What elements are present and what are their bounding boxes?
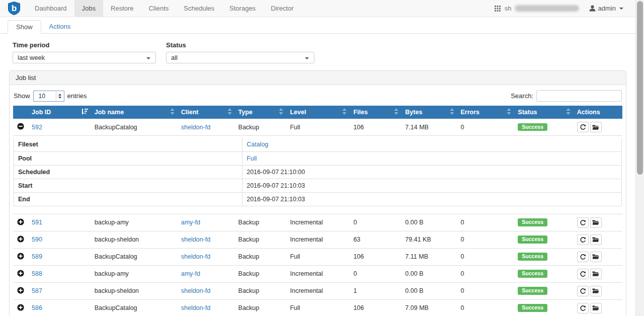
job-errors: 0: [457, 282, 514, 299]
expand-row-button[interactable]: [17, 304, 24, 311]
sort-icon: [394, 108, 398, 115]
column-header-bytes[interactable]: Bytes: [401, 106, 456, 119]
status-badge: Success: [518, 253, 547, 261]
column-header-job-id[interactable]: Job ID: [28, 106, 91, 119]
job-id-link[interactable]: 590: [32, 236, 42, 243]
client-link[interactable]: sheldon-fd: [181, 287, 210, 294]
job-id-link[interactable]: 589: [32, 253, 42, 260]
search-input[interactable]: [536, 90, 622, 102]
column-header-status[interactable]: Status: [514, 106, 573, 119]
browse-files-button[interactable]: [590, 303, 602, 313]
job-id-link[interactable]: 586: [32, 304, 42, 311]
job-files: 106: [349, 248, 401, 265]
expand-row-button[interactable]: [17, 235, 24, 243]
job-id-link[interactable]: 592: [32, 124, 42, 131]
job-level: Incremental: [286, 265, 349, 282]
job-name: BackupCatalog: [91, 299, 177, 316]
detail-label: End: [14, 192, 243, 206]
detail-value-link[interactable]: Catalog: [247, 141, 268, 148]
column-header-job-name[interactable]: Job name: [91, 106, 177, 119]
brand-logo[interactable]: b: [0, 0, 27, 17]
client-link[interactable]: sheldon-fd: [181, 304, 210, 311]
client-link[interactable]: amy-fd: [181, 270, 200, 277]
job-name: backup-sheldon: [91, 231, 177, 248]
job-row-586: 586BackupCatalogsheldon-fdBackupFull1067…: [13, 299, 622, 316]
browse-files-button[interactable]: [590, 234, 602, 245]
client-link[interactable]: amy-fd: [181, 219, 200, 226]
job-name: BackupCatalog: [91, 119, 177, 136]
scrollbar-thumb[interactable]: [637, 1, 643, 175]
sort-icon: [566, 108, 571, 115]
client-link[interactable]: sheldon-fd: [181, 236, 210, 243]
page-scrollbar[interactable]: [635, 0, 644, 316]
column-header-type[interactable]: Type: [234, 106, 286, 119]
rerun-job-button[interactable]: [577, 269, 589, 279]
rerun-job-button[interactable]: [577, 286, 589, 296]
rerun-job-button[interactable]: [577, 252, 589, 262]
job-bytes: 7.11 MB: [401, 248, 456, 265]
detail-row-pool: PoolFull: [14, 151, 622, 165]
expand-icon: [17, 253, 24, 260]
show-label: Show: [14, 92, 30, 100]
rerun-job-button[interactable]: [577, 122, 589, 132]
nav-item-storages[interactable]: Storages: [222, 0, 263, 17]
tab-show[interactable]: Show: [8, 20, 41, 34]
job-id-link[interactable]: 588: [32, 270, 42, 277]
expand-row-button[interactable]: [17, 253, 24, 260]
browse-files-button[interactable]: [590, 286, 602, 296]
expand-icon: [17, 270, 24, 277]
rerun-icon: [580, 288, 586, 294]
job-row-589: 589BackupCatalogsheldon-fdBackupFull1067…: [13, 248, 622, 265]
nav-item-director[interactable]: Director: [263, 0, 301, 17]
job-id-link[interactable]: 591: [32, 219, 42, 226]
column-header-errors[interactable]: Errors: [457, 106, 514, 119]
rerun-job-button[interactable]: [577, 234, 589, 245]
job-name: backup-amy: [91, 265, 177, 282]
username: admin: [598, 5, 616, 12]
entries-label: entries: [67, 92, 87, 100]
column-header-actions[interactable]: Actions: [573, 106, 622, 119]
rerun-job-button[interactable]: [577, 217, 589, 228]
tab-actions[interactable]: Actions: [41, 20, 79, 34]
select-caret-icon: [305, 57, 309, 59]
expand-row-button[interactable]: [17, 287, 24, 294]
column-header-files[interactable]: Files: [349, 106, 401, 119]
job-id-link[interactable]: 587: [32, 287, 42, 294]
browse-files-button[interactable]: [590, 269, 602, 279]
job-name: BackupCatalog: [91, 248, 177, 265]
rerun-job-button[interactable]: [577, 303, 589, 313]
detail-value-link[interactable]: Full: [247, 155, 257, 162]
job-row-592: 592BackupCatalogsheldon-fdBackupFull1067…: [13, 119, 622, 136]
job-level: Incremental: [286, 231, 349, 248]
job-errors: 0: [457, 265, 514, 282]
column-header-level[interactable]: Level: [286, 106, 349, 119]
time-period-select[interactable]: last week: [13, 52, 156, 63]
nav-item-schedules[interactable]: Schedules: [176, 0, 222, 17]
status-select[interactable]: all: [166, 52, 314, 63]
user-menu[interactable]: admin: [589, 5, 623, 12]
sort-icon: [507, 108, 511, 115]
browse-files-button[interactable]: [590, 122, 602, 132]
nav-item-clients[interactable]: Clients: [141, 0, 177, 17]
job-type: Backup: [234, 265, 286, 282]
browse-files-button[interactable]: [590, 252, 602, 262]
job-files: 106: [349, 299, 401, 316]
browse-files-button[interactable]: [590, 217, 602, 228]
apps-grid-icon[interactable]: [495, 6, 501, 12]
client-link[interactable]: sheldon-fd: [181, 124, 210, 131]
collapse-row-button[interactable]: [17, 123, 24, 130]
nav-item-jobs[interactable]: Jobs: [74, 0, 103, 17]
column-header-client[interactable]: Client: [177, 106, 234, 119]
jobs-tab-bar: ShowActions: [0, 20, 635, 34]
nav-item-dashboard[interactable]: Dashboard: [27, 0, 74, 17]
client-link[interactable]: sheldon-fd: [181, 253, 210, 260]
nav-item-restore[interactable]: Restore: [103, 0, 141, 17]
job-type: Backup: [234, 248, 286, 265]
status-badge: Success: [518, 287, 547, 295]
job-bytes: 0.00 B: [401, 265, 456, 282]
expand-row-button[interactable]: [17, 218, 24, 225]
expand-row-button[interactable]: [17, 270, 24, 277]
entries-select[interactable]: 10: [33, 91, 64, 102]
job-name: backup-sheldon: [91, 282, 177, 299]
jobs-table: Job IDJob nameClientTypeLevelFilesBytesE…: [13, 106, 622, 316]
